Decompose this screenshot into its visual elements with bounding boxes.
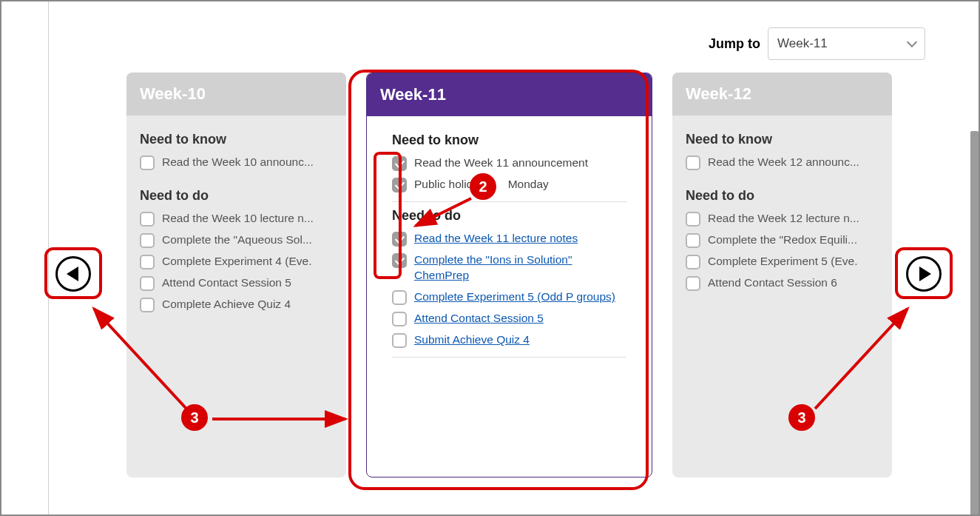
list-item[interactable]: Read the Week 12 announc... [686,155,879,170]
list-item[interactable]: Public holid Monday [392,177,626,192]
item-label: Read the Week 12 lecture n... [708,211,859,227]
item-label: Read the Week 11 announcement [414,155,588,171]
checkbox-icon[interactable] [392,312,407,326]
item-label: Read the Week 10 lecture n... [162,211,314,227]
prev-week-button[interactable] [55,256,91,292]
list-item[interactable]: Attend Contact Session 5 [392,311,626,326]
list-item[interactable]: Submit Achieve Quiz 4 [392,332,626,348]
list-item[interactable]: Complete Achieve Quiz 4 [140,297,333,312]
card-week-12: Week-12 Need to know Read the Week 12 an… [672,73,892,478]
arrow-right-icon [919,267,931,281]
item-link[interactable]: Complete Experiment 5 (Odd P groups) [414,289,615,305]
checkbox-checked-icon[interactable] [392,178,407,192]
section-need-to-know: Need to know [140,132,333,147]
card-header: Week-11 [367,73,652,116]
list-item[interactable]: Read the Week 12 lecture n... [686,211,879,227]
card-header: Week-12 [672,73,892,115]
list-item[interactable]: Complete Experiment 5 (Odd P groups) [392,289,626,305]
section-need-to-do: Need to do [140,188,333,204]
item-label: Read the Week 12 announc... [708,155,859,170]
item-link[interactable]: Read the Week 11 lecture notes [414,231,578,247]
item-link[interactable]: Complete the "Ions in Solution" ChemPrep [414,252,626,284]
checkbox-checked-icon[interactable] [392,232,407,247]
list-item[interactable]: Complete Experiment 5 (Eve. [686,254,879,269]
checkbox-icon[interactable] [686,255,700,269]
list-item[interactable]: Complete the "Redox Equili... [686,232,879,248]
item-label: Attend Contact Session 5 [162,275,291,291]
list-item[interactable]: Attend Contact Session 5 [140,275,333,291]
checkbox-icon[interactable] [140,155,155,170]
list-item[interactable]: Read the Week 10 announc... [140,155,333,170]
arrow-left-icon [67,267,78,281]
checkbox-icon[interactable] [140,255,155,269]
item-label: Complete Experiment 5 (Eve. [708,254,857,269]
scrollbar[interactable] [970,131,979,516]
jumpto-row: Jump to Week-11 [709,27,925,60]
checkbox-icon[interactable] [140,276,155,291]
checkbox-icon[interactable] [686,276,700,291]
annotation-badge-2: 2 [470,173,496,200]
next-week-button[interactable] [906,256,942,292]
section-need-to-do: Need to do [392,208,626,224]
item-label: Attend Contact Session 6 [708,275,837,291]
jumpto-label: Jump to [709,36,760,52]
section-need-to-know: Need to know [686,132,879,147]
card-week-10: Week-10 Need to know Read the Week 10 an… [126,73,346,478]
list-item[interactable]: Read the Week 11 announcement [392,155,626,171]
item-link[interactable]: Attend Contact Session 5 [414,311,544,326]
list-item[interactable]: Attend Contact Session 6 [686,275,879,291]
list-item[interactable]: Complete the "Aqueous Sol... [140,232,333,248]
item-label: Complete Achieve Quiz 4 [162,297,291,312]
item-label: Complete Experiment 4 (Eve. [162,254,311,269]
checkbox-icon[interactable] [686,212,700,227]
list-item[interactable]: Complete the "Ions in Solution" ChemPrep [392,252,626,284]
checkbox-icon[interactable] [392,290,407,305]
checkbox-checked-icon[interactable] [392,156,407,171]
checkbox-icon[interactable] [686,155,700,170]
section-need-to-know: Need to know [392,133,626,148]
card-week-11-active: Week-11 Need to know Read the Week 11 an… [366,73,652,478]
jumpto-select[interactable]: Week-11 [768,27,925,60]
checkbox-icon[interactable] [140,212,155,227]
chevron-down-icon [907,37,917,47]
annotation-badge-3-left: 3 [181,404,208,431]
item-label: Complete the "Aqueous Sol... [162,232,312,248]
card-header: Week-10 [126,73,346,115]
checkbox-icon[interactable] [140,233,155,248]
checkbox-checked-icon[interactable] [392,253,407,268]
content-area: Jump to Week-11 Week-10 Need to know Rea… [49,1,970,515]
list-item[interactable]: Read the Week 10 lecture n... [140,211,333,227]
list-item[interactable]: Complete Experiment 4 (Eve. [140,254,333,269]
section-need-to-do: Need to do [686,188,879,204]
checkbox-icon[interactable] [686,233,700,248]
item-label: Read the Week 10 announc... [162,155,314,170]
checkbox-icon[interactable] [140,298,155,312]
checkbox-icon[interactable] [392,333,407,348]
list-item[interactable]: Read the Week 11 lecture notes [392,231,626,247]
jumpto-value: Week-11 [777,36,828,51]
annotation-badge-3-right: 3 [788,404,815,431]
item-link[interactable]: Submit Achieve Quiz 4 [414,332,530,348]
item-label: Complete the "Redox Equili... [708,232,857,248]
